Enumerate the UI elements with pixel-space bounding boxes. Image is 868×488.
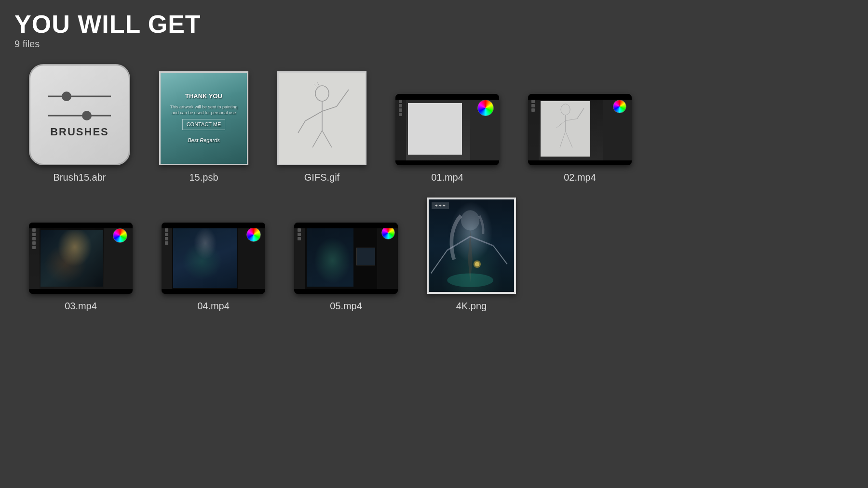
file-02mp4: 02.mp4	[528, 94, 632, 183]
mp4-04-thumbnail	[162, 223, 265, 294]
mp4-04-screen	[162, 223, 265, 294]
tool-item	[165, 237, 168, 240]
png-character-art	[429, 199, 514, 292]
file-label-04mp4: 04.mp4	[197, 301, 230, 312]
tool-item	[165, 241, 168, 245]
mp4-01-screen	[395, 94, 499, 165]
png-thumbnail: ✦✦✦	[427, 198, 516, 294]
png-inner: ✦✦✦	[429, 199, 514, 292]
file-label-15psb: 15.psb	[189, 172, 218, 183]
toolbar-left	[395, 94, 406, 165]
psb-thank-you: THANK YOU	[185, 92, 222, 101]
svg-line-26	[493, 246, 507, 264]
file-label-4kpng: 4K.png	[456, 301, 487, 312]
tool-item	[298, 228, 301, 232]
svg-line-14	[317, 82, 320, 87]
canvas-area	[541, 101, 590, 157]
file-brush15: BRUSHES Brush15.abr	[29, 64, 130, 183]
file-count: 9 files	[14, 39, 854, 50]
svg-point-29	[475, 262, 480, 266]
mp4-02-thumbnail	[528, 94, 632, 165]
brush-thumbnail: BRUSHES	[29, 64, 130, 165]
svg-line-7	[305, 111, 322, 121]
color-wheel-icon	[113, 228, 127, 243]
tool-item	[32, 241, 36, 245]
tool-item	[399, 113, 402, 116]
svg-line-11	[312, 131, 322, 147]
slider-bottom-svg	[48, 110, 111, 121]
page-header: YOU WILL GET 9 files	[0, 0, 868, 54]
tool-item	[32, 246, 36, 249]
sketch-svg	[541, 101, 590, 157]
svg-point-27	[447, 273, 493, 287]
svg-line-10	[298, 121, 305, 133]
svg-point-3	[82, 111, 92, 120]
files-grid: BRUSHES Brush15.abr THANK YOU This artwo…	[0, 54, 868, 321]
canvas-art	[173, 228, 237, 288]
reference-box	[356, 248, 375, 265]
tool-item	[32, 237, 36, 240]
file-label-02mp4: 02.mp4	[564, 172, 596, 183]
svg-point-1	[62, 92, 71, 101]
tool-item	[399, 100, 402, 103]
file-4kpng: ✦✦✦ 4K.png	[427, 198, 516, 312]
art-overlay	[307, 228, 353, 287]
svg-line-18	[565, 119, 577, 120]
svg-point-15	[561, 104, 570, 115]
svg-point-22	[461, 210, 479, 230]
screen-bottom-bar	[29, 289, 133, 294]
tool-item	[399, 104, 402, 107]
psb-thumbnail: THANK YOU This artwork will be sent to p…	[159, 71, 248, 165]
svg-line-25	[431, 251, 447, 274]
canvas-art	[41, 230, 103, 287]
svg-point-4	[315, 86, 329, 101]
color-wheel-icon	[613, 100, 626, 113]
mp4-03-screen	[29, 223, 133, 294]
file-label-brush15: Brush15.abr	[54, 172, 106, 183]
mp4-05-thumbnail	[294, 223, 398, 294]
mp4-05-screen	[294, 223, 398, 294]
file-label-01mp4: 01.mp4	[431, 172, 463, 183]
character-svg	[429, 199, 514, 292]
toolbar-left	[162, 223, 172, 294]
file-label-05mp4: 05.mp4	[330, 301, 362, 312]
slider-top-svg	[48, 91, 111, 102]
screen-bottom-bar	[395, 160, 499, 165]
slider-row-top	[48, 91, 111, 102]
png-watermark: ✦✦✦	[432, 202, 449, 209]
tool-item	[32, 233, 36, 236]
canvas-art	[307, 228, 353, 287]
screen-bottom-bar	[294, 289, 398, 294]
svg-line-13	[313, 84, 317, 88]
canvas-area	[408, 103, 462, 155]
mp4-02-screen	[528, 94, 632, 165]
art-overlay	[173, 228, 237, 288]
gif-sketch-svg	[293, 80, 351, 157]
svg-line-17	[556, 120, 565, 128]
file-label-gifs: GIFS.gif	[304, 172, 339, 183]
files-row-1: BRUSHES Brush15.abr THANK YOU This artwo…	[29, 64, 839, 183]
svg-line-9	[337, 90, 349, 106]
screen-top-bar	[395, 94, 499, 100]
screen-top-bar	[294, 223, 398, 228]
toolbar-left	[29, 223, 40, 294]
psb-description: This artwork will be sent to paintingand…	[170, 104, 237, 116]
screen-bottom-bar	[162, 289, 265, 294]
tool-item	[531, 108, 535, 112]
mp4-01-thumbnail	[395, 94, 499, 165]
gif-thumbnail	[277, 71, 366, 165]
screen-bottom-bar	[528, 160, 632, 165]
file-05mp4: 05.mp4	[294, 223, 398, 312]
svg-line-21	[565, 131, 572, 147]
tool-item	[32, 228, 36, 232]
slider-row-bottom	[48, 110, 111, 121]
toolbar-left	[528, 94, 539, 165]
tool-item	[298, 237, 301, 240]
page-title: YOU WILL GET	[14, 12, 854, 37]
file-15psb: THANK YOU This artwork will be sent to p…	[159, 71, 248, 183]
screen-top-bar	[29, 223, 133, 228]
svg-line-20	[560, 131, 566, 147]
file-01mp4: 01.mp4	[395, 94, 499, 183]
file-label-03mp4: 03.mp4	[65, 301, 97, 312]
art-overlay	[41, 230, 103, 287]
